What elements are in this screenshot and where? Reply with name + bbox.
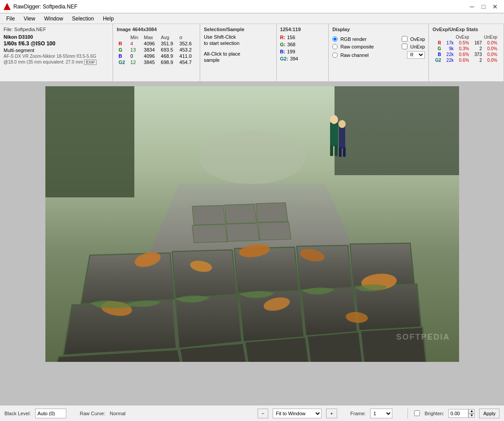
menu-bar: File View Window Selection Help: [0, 13, 504, 24]
rgb-render-radio[interactable]: [332, 36, 338, 42]
table-row: R 4 4096 351.9 352.6: [117, 40, 196, 47]
file-name: File: Softpedia.NEF: [4, 27, 109, 32]
rgb-render-label: RGB render: [340, 36, 367, 42]
ovexp-label: OvExp: [410, 36, 425, 42]
svg-rect-36: [339, 126, 345, 148]
svg-rect-38: [330, 145, 333, 156]
table-row: B 0 4096 468.9 411.0: [117, 53, 196, 59]
black-level-input[interactable]: [35, 409, 66, 418]
svg-rect-40: [339, 147, 342, 157]
g-coord-value: 368: [287, 42, 295, 47]
b-coord-value: 199: [287, 49, 295, 54]
coords-title: 1254:119: [280, 27, 325, 32]
raw-composite-radio[interactable]: [332, 44, 338, 49]
g2-coord-row: G2: 394: [280, 56, 325, 61]
exif-badge[interactable]: EXIF: [84, 60, 97, 65]
menu-view[interactable]: View: [19, 13, 40, 24]
image-stats-table: Min Max Avg σ R 4 4096 351.9 352.6 G 13 …: [117, 34, 196, 65]
table-row: G 9k0.3% 20.0%: [432, 46, 500, 52]
selection-line1: Use Shift-Click: [204, 34, 272, 40]
frame-select[interactable]: 1: [370, 409, 392, 418]
title-bar-left: RawDigger: Softpedia.NEF: [4, 3, 77, 10]
table-row: B 22k0.6% 3730.0%: [432, 52, 500, 57]
maximize-button[interactable]: □: [478, 1, 489, 12]
status-divider: [407, 409, 408, 418]
black-level-label: Black Level:: [4, 411, 31, 416]
menu-window[interactable]: Window: [40, 13, 68, 24]
focal-text: @18.0 mm (35 mm equivalent: 27.0 mm EXIF: [4, 60, 109, 65]
ovexp-title: OvExp/UnExp Stats: [432, 27, 500, 32]
svg-marker-11: [175, 294, 242, 349]
brighten-spinner: ▲ ▼: [468, 409, 475, 418]
unexp-label: UnExp: [410, 44, 425, 49]
brighten-checkbox[interactable]: [414, 410, 420, 416]
ovexp-checkbox[interactable]: [402, 36, 407, 42]
file-info-panel: File: Softpedia.NEF Nikon D3100 1/60s f/…: [0, 24, 113, 81]
image-stats-panel: Image 4644x3084 Min Max Avg σ R 4 4096 3…: [113, 24, 200, 81]
unexpc-checkbox[interactable]: [402, 44, 407, 49]
table-row: R 17k0.5% 1670.0%: [432, 40, 500, 46]
display-title: Display: [332, 27, 425, 32]
b-coord-label: B:: [280, 49, 286, 54]
svg-marker-5: [81, 253, 174, 304]
softpedia-watermark: SOFTPEDIA: [396, 333, 450, 342]
channel-select[interactable]: R G B G2: [407, 51, 425, 59]
brighten-up-button[interactable]: ▲: [468, 409, 475, 413]
selection-line5: sample: [204, 57, 272, 63]
svg-rect-41: [343, 147, 346, 157]
fit-window-select[interactable]: Fit to Window 25% 50% 100% 200%: [273, 409, 322, 418]
svg-marker-18: [307, 332, 363, 362]
raw-channel-radio[interactable]: [332, 52, 338, 58]
zoom-plus-button[interactable]: +: [326, 409, 337, 418]
lens-text: AF-S DX VR Zoom-Nikkor 18-55mm f/3.5-5.6…: [4, 54, 109, 59]
raw-curve-label: Raw Curve:: [80, 411, 105, 416]
brighten-down-button[interactable]: ▼: [468, 413, 475, 418]
photo-svg: [45, 86, 459, 362]
selection-line4: Alt-Click to place: [204, 51, 272, 56]
close-button[interactable]: ✕: [490, 1, 500, 12]
svg-rect-2: [335, 86, 459, 175]
mode-text: Multi-segment: [4, 48, 109, 53]
menu-file[interactable]: File: [2, 13, 19, 24]
menu-help[interactable]: Help: [98, 13, 118, 24]
main-content: SOFTPEDIA: [0, 82, 504, 405]
display-radio-group: RGB render OvExp Raw composite UnExp Raw…: [332, 36, 425, 59]
selection-title: Selection/Sample: [204, 27, 272, 32]
zoom-minus-button[interactable]: −: [258, 409, 268, 418]
table-row: G2 12 3845 698.9 454.7: [117, 59, 196, 65]
svg-point-37: [339, 120, 346, 128]
svg-point-3: [199, 131, 306, 184]
minimize-button[interactable]: ─: [467, 1, 477, 12]
table-row: G 13 3834 693.5 453.2: [117, 47, 196, 53]
svg-rect-1: [45, 86, 134, 197]
svg-rect-39: [335, 145, 338, 156]
brighten-input[interactable]: [448, 409, 468, 418]
svg-marker-13: [301, 288, 358, 336]
window-controls: ─ □ ✕: [467, 1, 500, 12]
frame-select-wrap: 1: [370, 409, 392, 418]
apply-button[interactable]: Apply: [479, 409, 500, 418]
info-bar: File: Softpedia.NEF Nikon D3100 1/60s f/…: [0, 24, 504, 82]
image-container[interactable]: SOFTPEDIA: [45, 86, 459, 362]
b-coord-row: B: 199: [280, 49, 325, 54]
selection-line2: to start selection: [204, 40, 272, 46]
image-dimensions: Image 4644x3084: [117, 27, 196, 32]
raw-channel-row: Raw channel R G B G2: [332, 51, 425, 59]
menu-selection[interactable]: Selection: [68, 13, 98, 24]
r-coord-label: R:: [280, 35, 286, 40]
ovexp-table: OvExp UnExp R 17k0.5% 1670.0% G 9k0.3% 2…: [432, 34, 500, 63]
fit-window-select-wrap: Fit to Window 25% 50% 100% 200%: [273, 409, 322, 418]
svg-point-35: [330, 115, 338, 124]
g-coord-row: G: 368: [280, 42, 325, 47]
window-title: RawDigger: Softpedia.NEF: [13, 4, 77, 10]
coords-panel: 1254:119 R: 156 G: 368 B: 199 G2: 394: [277, 24, 329, 81]
rgb-render-row: RGB render OvExp: [332, 36, 425, 42]
svg-marker-24: [226, 223, 259, 241]
g-coord-label: G:: [280, 42, 286, 47]
raw-composite-row: Raw composite UnExp: [332, 44, 425, 49]
raw-composite-label: Raw composite: [340, 44, 374, 49]
svg-marker-17: [245, 337, 310, 362]
svg-marker-12: [239, 291, 304, 342]
ovexp-panel: OvExp/UnExp Stats OvExp UnExp R 17k0.5% …: [429, 24, 504, 81]
selection-panel: Selection/Sample Use Shift-Click to star…: [200, 24, 276, 81]
